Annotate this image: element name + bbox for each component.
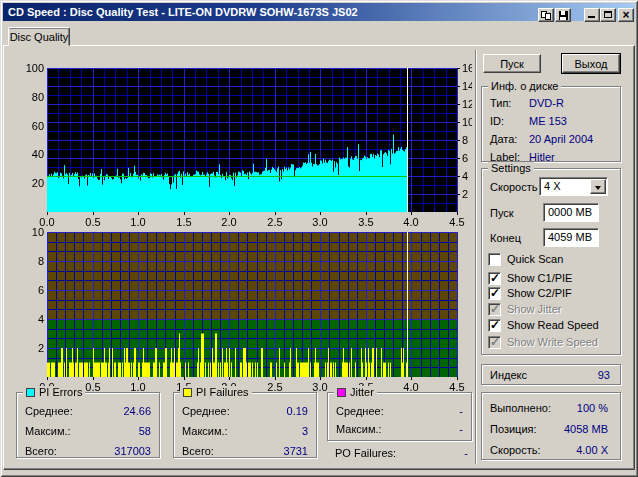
pi-failures-avg-label: Среднее: <box>182 405 230 417</box>
app-window: CD Speed : Disc Quality Test - LITE-ON D… <box>0 0 638 477</box>
disc-id-value: ME 153 <box>529 115 567 127</box>
checkbox-label: Quick Scan <box>507 253 563 265</box>
po-failures-row: PO Failures: - <box>335 447 468 460</box>
po-failures-value: - <box>464 447 468 459</box>
pi-errors-total-label: Всего: <box>25 445 57 457</box>
progress-speed-value: 4.00 X <box>576 444 608 456</box>
tab-disc-quality[interactable]: Disc Quality <box>8 27 70 46</box>
checkbox-box[interactable] <box>488 272 501 285</box>
disc-type-label: Тип: <box>490 97 511 109</box>
checkbox-label: Show C2/PIF <box>507 287 572 299</box>
close-icon: × <box>619 9 633 21</box>
progress-speed-label: Скорость: <box>490 444 541 456</box>
pi-failures-chart <box>18 222 472 394</box>
speed-value: 4 X <box>544 180 561 192</box>
pi-failures-total-label: Всего: <box>182 445 214 457</box>
pi-errors-max-value: 58 <box>139 425 151 437</box>
index-panel: Индекс 93 <box>481 364 621 385</box>
start-pos-input[interactable]: 0000 MB <box>543 203 599 222</box>
jitter-panel: Jitter Среднее: - Максим.: - <box>327 392 472 441</box>
minimize-icon <box>585 9 599 21</box>
save-button[interactable] <box>555 8 571 22</box>
pi-errors-total-value: 317003 <box>114 445 151 457</box>
speed-dropdown-button[interactable] <box>590 179 606 194</box>
settings-title: Settings <box>488 162 534 174</box>
pi-errors-avg-label: Среднее: <box>25 405 73 417</box>
speed-label: Скорость <box>490 181 538 193</box>
checkbox-label: Show C1/PIE <box>507 272 572 284</box>
pi-failures-max-label: Максим.: <box>182 425 228 437</box>
checkbox-label: Show Read Speed <box>507 319 599 331</box>
jitter-max-label: Максим.: <box>336 423 382 435</box>
tab-label: Disc Quality <box>10 31 69 43</box>
speed-select[interactable]: 4 X <box>539 177 608 196</box>
index-value: 93 <box>598 369 610 381</box>
jitter-avg-label: Среднее: <box>336 405 384 417</box>
pi-failures-swatch <box>183 388 192 397</box>
pi-failures-total-value: 3731 <box>284 445 308 457</box>
index-label: Индекс <box>490 369 527 381</box>
settings-group: Settings Скорость 4 X Пуск 0000 MB Конец… <box>481 168 621 355</box>
jitter-title: Jitter <box>350 386 374 398</box>
progress-position-label: Позиция: <box>490 423 537 435</box>
pi-errors-max-label: Максим.: <box>25 425 71 437</box>
exit-button[interactable]: Выход <box>562 54 620 73</box>
progress-panel: Выполнено: 100 % Позиция: 4058 MB Скорос… <box>481 392 621 460</box>
disc-date-label: Дата: <box>490 133 517 145</box>
pi-errors-title: PI Errors <box>39 386 82 398</box>
disc-id-label: ID: <box>490 115 504 127</box>
jitter-avg-value: - <box>459 405 463 417</box>
pi-errors-panel: PI Errors Среднее: 24.66 Максим.: 58 Все… <box>16 392 160 458</box>
checkbox-label: Show Write Speed <box>507 336 598 348</box>
checkbox-box <box>488 303 501 316</box>
po-failures-label: PO Failures: <box>335 447 396 459</box>
pi-errors-chart <box>18 58 472 228</box>
progress-done-label: Выполнено: <box>490 402 551 414</box>
start-button[interactable]: Пуск <box>483 54 541 73</box>
disc-info-group: Инф. о диске Тип: DVD-R ID: ME 153 Дата:… <box>481 86 621 162</box>
titlebar[interactable]: CD Speed : Disc Quality Test - LITE-ON D… <box>3 3 635 21</box>
end-pos-input[interactable]: 4059 MB <box>543 228 599 247</box>
disc-info-title: Инф. о диске <box>488 80 561 92</box>
pi-failures-max-value: 3 <box>302 425 308 437</box>
disc-type-value: DVD-R <box>529 97 564 109</box>
chevron-down-icon <box>595 186 601 190</box>
pi-failures-panel: PI Failures Среднее: 0.19 Максим.: 3 Все… <box>173 392 317 458</box>
end-pos-label: Конец <box>490 232 521 244</box>
checkbox-box[interactable] <box>488 287 501 300</box>
maximize-icon <box>601 9 615 21</box>
vertical-separator <box>475 50 477 464</box>
progress-done-value: 100 % <box>577 402 608 414</box>
jitter-max-value: - <box>459 423 463 435</box>
checkbox-box <box>488 336 501 349</box>
jitter-swatch <box>337 388 346 397</box>
pi-failures-title: PI Failures <box>196 386 249 398</box>
checkbox-box[interactable] <box>488 319 501 332</box>
maximize-button[interactable] <box>600 8 616 22</box>
close-button[interactable]: × <box>618 8 634 22</box>
minimize-button[interactable] <box>584 8 600 22</box>
pi-errors-swatch <box>26 388 35 397</box>
copy-icon <box>539 9 553 21</box>
progress-position-value: 4058 MB <box>564 423 608 435</box>
window-title: CD Speed : Disc Quality Test - LITE-ON D… <box>8 6 358 18</box>
pi-errors-avg-value: 24.66 <box>123 405 151 417</box>
pi-failures-avg-value: 0.19 <box>287 405 308 417</box>
checkbox-box[interactable] <box>488 253 501 266</box>
checkbox-label: Show Jitter <box>507 303 561 315</box>
save-icon <box>556 9 570 21</box>
disc-date-value: 20 April 2004 <box>529 133 593 145</box>
copy-button[interactable] <box>538 8 554 22</box>
start-pos-label: Пуск <box>490 207 514 219</box>
